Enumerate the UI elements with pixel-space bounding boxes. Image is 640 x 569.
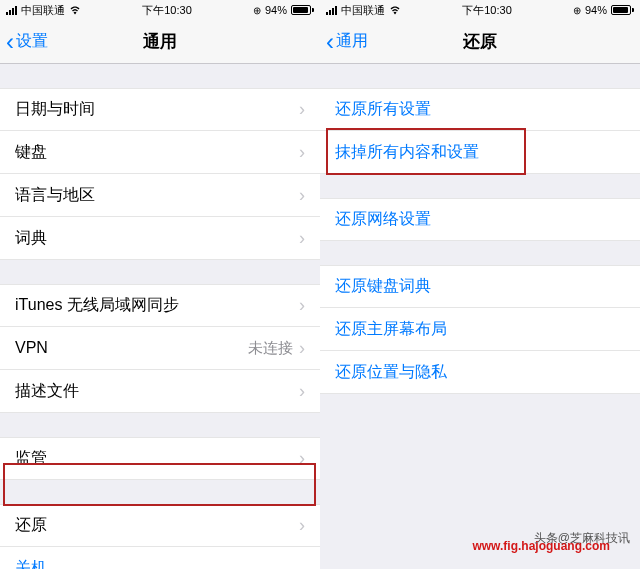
signal-icon [6, 5, 17, 15]
cell-label: 还原网络设置 [335, 209, 431, 230]
battery-icon [611, 5, 634, 15]
cell-regulatory[interactable]: 监管 › [0, 437, 320, 480]
page-title: 通用 [0, 30, 320, 53]
chevron-right-icon: › [299, 295, 305, 316]
cell-label: VPN [15, 339, 48, 357]
orientation-lock-icon: ⊕ [253, 5, 261, 16]
cell-reset-location-privacy[interactable]: 还原位置与隐私 [320, 351, 640, 394]
cell-reset-all-settings[interactable]: 还原所有设置 [320, 88, 640, 131]
signal-icon [326, 5, 337, 15]
wifi-icon [389, 5, 401, 15]
chevron-left-icon: ‹ [326, 30, 334, 54]
cell-language-region[interactable]: 语言与地区 › [0, 174, 320, 217]
chevron-right-icon: › [299, 228, 305, 249]
back-label: 设置 [16, 31, 48, 52]
battery-percent: 94% [265, 4, 287, 16]
nav-bar: ‹ 通用 还原 [320, 20, 640, 64]
status-time: 下午10:30 [462, 3, 512, 18]
status-time: 下午10:30 [142, 3, 192, 18]
screen-general: 中国联通 下午10:30 ⊕ 94% ‹ 设置 通用 日期与时间 › 键盘 › [0, 0, 320, 569]
cell-label: 描述文件 [15, 381, 79, 402]
cell-label: 监管 [15, 448, 47, 469]
chevron-left-icon: ‹ [6, 30, 14, 54]
cell-label: 还原键盘词典 [335, 276, 431, 297]
watermark-url: www.fig.hajoguang.com [472, 539, 610, 553]
back-button[interactable]: ‹ 通用 [320, 30, 368, 54]
cell-vpn[interactable]: VPN 未连接 › [0, 327, 320, 370]
status-bar: 中国联通 下午10:30 ⊕ 94% [0, 0, 320, 20]
carrier-label: 中国联通 [341, 3, 385, 18]
cell-label: 日期与时间 [15, 99, 95, 120]
battery-percent: 94% [585, 4, 607, 16]
cell-detail: 未连接 [248, 339, 293, 358]
cell-reset-home-layout[interactable]: 还原主屏幕布局 [320, 308, 640, 351]
cell-itunes-wifi-sync[interactable]: iTunes 无线局域网同步 › [0, 284, 320, 327]
battery-icon [291, 5, 314, 15]
cell-profiles[interactable]: 描述文件 › [0, 370, 320, 413]
chevron-right-icon: › [299, 142, 305, 163]
cell-label: 还原所有设置 [335, 99, 431, 120]
cell-reset[interactable]: 还原 › [0, 504, 320, 547]
cell-label: 语言与地区 [15, 185, 95, 206]
cell-date-time[interactable]: 日期与时间 › [0, 88, 320, 131]
cell-label: 抹掉所有内容和设置 [335, 142, 479, 163]
cell-reset-network[interactable]: 还原网络设置 [320, 198, 640, 241]
cell-label: 词典 [15, 228, 47, 249]
cell-erase-all-content[interactable]: 抹掉所有内容和设置 [320, 131, 640, 174]
cell-label: 关机 [15, 558, 47, 570]
wifi-icon [69, 5, 81, 15]
content: 日期与时间 › 键盘 › 语言与地区 › 词典 › iTunes 无线局域网同步… [0, 64, 320, 569]
cell-label: 还原位置与隐私 [335, 362, 447, 383]
cell-shutdown[interactable]: 关机 › [0, 547, 320, 569]
back-button[interactable]: ‹ 设置 [0, 30, 48, 54]
cell-label: 键盘 [15, 142, 47, 163]
screen-reset: 中国联通 下午10:30 ⊕ 94% ‹ 通用 还原 还原所有设置 抹掉所有内容… [320, 0, 640, 569]
cell-keyboard[interactable]: 键盘 › [0, 131, 320, 174]
cell-dictionary[interactable]: 词典 › [0, 217, 320, 260]
chevron-right-icon: › [299, 381, 305, 402]
status-bar: 中国联通 下午10:30 ⊕ 94% [320, 0, 640, 20]
chevron-right-icon: › [299, 185, 305, 206]
page-title: 还原 [320, 30, 640, 53]
nav-bar: ‹ 设置 通用 [0, 20, 320, 64]
back-label: 通用 [336, 31, 368, 52]
cell-label: 还原主屏幕布局 [335, 319, 447, 340]
chevron-right-icon: › [299, 515, 305, 536]
chevron-right-icon: › [299, 338, 305, 359]
chevron-right-icon: › [299, 448, 305, 469]
chevron-right-icon: › [299, 99, 305, 120]
cell-label: 还原 [15, 515, 47, 536]
carrier-label: 中国联通 [21, 3, 65, 18]
cell-reset-keyboard-dict[interactable]: 还原键盘词典 [320, 265, 640, 308]
content: 还原所有设置 抹掉所有内容和设置 还原网络设置 还原键盘词典 还原主屏幕布局 还… [320, 64, 640, 394]
cell-label: iTunes 无线局域网同步 [15, 295, 179, 316]
orientation-lock-icon: ⊕ [573, 5, 581, 16]
